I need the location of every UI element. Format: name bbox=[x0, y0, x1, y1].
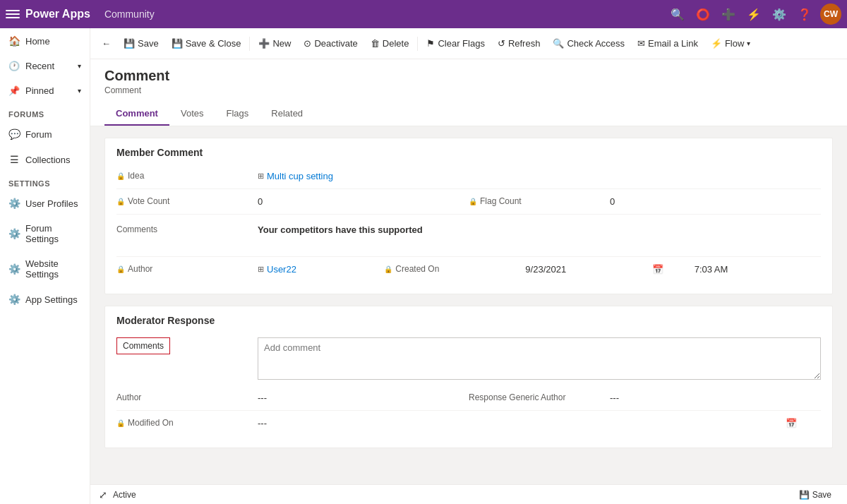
check-access-icon: 🔍 bbox=[553, 38, 564, 49]
save-close-icon: 💾 bbox=[172, 38, 183, 49]
comments-value: Your competitors have this supported bbox=[258, 222, 821, 235]
email-link-button[interactable]: ✉ Email a Link bbox=[632, 32, 704, 55]
mod-author-label: Author bbox=[116, 390, 258, 402]
back-button[interactable]: ← bbox=[96, 32, 116, 55]
idea-value[interactable]: ⊞ Multi cup setting bbox=[258, 168, 821, 181]
forums-section-header: Forums bbox=[0, 103, 90, 121]
modified-on-label: 🔒 Modified On bbox=[116, 415, 258, 428]
favorite-icon[interactable]: ⭕ bbox=[693, 4, 713, 24]
modified-calendar-icon: 📅 bbox=[786, 415, 821, 428]
save-button[interactable]: 💾 Save bbox=[118, 32, 164, 55]
hamburger-menu[interactable] bbox=[6, 7, 20, 21]
tab-comment[interactable]: Comment bbox=[104, 102, 169, 126]
deactivate-button[interactable]: ⊙ Deactivate bbox=[298, 32, 363, 55]
forum-settings-icon: ⚙️ bbox=[8, 228, 20, 239]
plus-icon[interactable]: ➕ bbox=[719, 4, 738, 24]
vote-count-value: 0 bbox=[258, 193, 469, 207]
collections-icon: ☰ bbox=[8, 154, 20, 165]
moderator-response-section: Moderator Response Comments Author bbox=[104, 306, 833, 448]
tab-votes[interactable]: Votes bbox=[169, 102, 215, 126]
content-area: ← 💾 Save 💾 Save & Close ➕ New ⊙ Deactiva… bbox=[90, 28, 847, 504]
deactivate-icon: ⊙ bbox=[304, 38, 311, 49]
recent-chevron-icon: ▾ bbox=[78, 62, 81, 70]
counts-row: 🔒 Vote Count 0 🔒 Flag Count 0 bbox=[116, 189, 821, 215]
app-settings-icon: ⚙️ bbox=[8, 294, 20, 305]
recent-icon: 🕐 bbox=[8, 61, 20, 71]
moderator-comments-label-box: Comments bbox=[116, 337, 258, 380]
modified-lock-icon: 🔒 bbox=[116, 419, 125, 427]
pin-icon: 📌 bbox=[8, 85, 20, 96]
moderator-response-title: Moderator Response bbox=[105, 306, 832, 332]
new-button[interactable]: ➕ New bbox=[253, 32, 296, 55]
sidebar-item-recent[interactable]: 🕐 Recent ▾ bbox=[0, 54, 90, 78]
user-profiles-icon: ⚙️ bbox=[8, 198, 20, 209]
expand-icon[interactable]: ⤢ bbox=[99, 489, 107, 500]
help-icon[interactable]: ❓ bbox=[795, 4, 815, 24]
mod-author-row: Author --- Response Generic Author --- bbox=[116, 385, 821, 411]
comments-row: Comments Your competitors have this supp… bbox=[116, 215, 821, 257]
comments-label: Comments bbox=[116, 222, 258, 234]
modified-on-value: --- bbox=[258, 415, 786, 428]
idea-link-icon: ⊞ bbox=[258, 172, 264, 181]
email-icon: ✉ bbox=[637, 38, 645, 49]
clear-flags-button[interactable]: ⚑ Clear Flags bbox=[421, 32, 490, 55]
topbar: Power Apps Community 🔍 ⭕ ➕ ⚡ ⚙️ ❓ CW bbox=[0, 0, 847, 28]
refresh-icon: ↺ bbox=[498, 38, 505, 49]
tab-flags[interactable]: Flags bbox=[215, 102, 260, 126]
moderator-response-body: Comments Author --- Response Generic Aut… bbox=[105, 332, 832, 448]
vote-count-label: 🔒 Vote Count bbox=[116, 193, 258, 206]
community-label: Community bbox=[104, 8, 155, 20]
command-bar: ← 💾 Save 💾 Save & Close ➕ New ⊙ Deactiva… bbox=[90, 28, 847, 59]
flow-chevron-icon: ▾ bbox=[747, 40, 750, 47]
separator-2 bbox=[417, 37, 418, 51]
author-createdon-row: 🔒 Author ⊞ User22 🔒 Created On 9/23/2021 bbox=[116, 257, 821, 282]
sidebar-item-pinned[interactable]: 📌 Pinned ▾ bbox=[0, 78, 90, 103]
comments-label-outlined: Comments bbox=[116, 337, 170, 354]
sidebar-item-website-settings[interactable]: ⚙️ Website Settings bbox=[0, 251, 90, 287]
separator-1 bbox=[249, 37, 250, 51]
calendar-icon: 📅 bbox=[652, 261, 695, 275]
sidebar-item-forum[interactable]: 💬 Forum bbox=[0, 121, 90, 147]
filter-icon[interactable]: ⚡ bbox=[744, 4, 764, 24]
page-header: Comment Comment Comment Votes Flags Rela… bbox=[90, 59, 847, 126]
status-save-button[interactable]: 💾 Save bbox=[792, 488, 839, 501]
sidebar-item-collections[interactable]: ☰ Collections bbox=[0, 147, 90, 172]
settings-section-header: Settings bbox=[0, 172, 90, 191]
status-save-icon: 💾 bbox=[799, 490, 810, 500]
flag-count-value: 0 bbox=[610, 193, 821, 207]
sidebar-item-forum-settings[interactable]: ⚙️ Forum Settings bbox=[0, 216, 90, 251]
flag-lock-icon: 🔒 bbox=[469, 198, 477, 205]
flow-icon: ⚡ bbox=[711, 38, 722, 49]
created-on-label: 🔒 Created On bbox=[384, 261, 525, 274]
avatar[interactable]: CW bbox=[820, 4, 841, 25]
sidebar-item-home[interactable]: 🏠 Home bbox=[0, 28, 90, 54]
modified-on-row: 🔒 Modified On --- 📅 bbox=[116, 411, 821, 436]
sidebar-item-app-settings[interactable]: ⚙️ App Settings bbox=[0, 287, 90, 312]
tab-related[interactable]: Related bbox=[260, 102, 314, 126]
check-access-button[interactable]: 🔍 Check Access bbox=[547, 32, 630, 55]
back-icon: ← bbox=[102, 38, 111, 49]
page-title: Comment bbox=[104, 68, 833, 84]
response-generic-author-value: --- bbox=[610, 390, 821, 403]
delete-icon: 🗑 bbox=[371, 38, 380, 49]
status-bar: ⤢ Active 💾 Save bbox=[90, 484, 847, 504]
flag-count-label: 🔒 Flag Count bbox=[469, 193, 610, 206]
page-tabs: Comment Votes Flags Related bbox=[104, 102, 833, 126]
delete-button[interactable]: 🗑 Delete bbox=[365, 32, 415, 55]
member-comment-body: 🔒 Idea ⊞ Multi cup setting 🔒 Vote Count bbox=[105, 164, 832, 294]
save-icon: 💾 bbox=[124, 38, 135, 49]
pinned-chevron-icon: ▾ bbox=[78, 87, 81, 95]
clear-flags-icon: ⚑ bbox=[426, 38, 435, 49]
main-content: Member Comment 🔒 Idea ⊞ Multi cup settin… bbox=[90, 126, 847, 484]
author-value[interactable]: ⊞ User22 bbox=[258, 261, 384, 275]
author-lock-icon: 🔒 bbox=[116, 265, 125, 273]
flow-button[interactable]: ⚡ Flow ▾ bbox=[705, 32, 756, 55]
save-close-button[interactable]: 💾 Save & Close bbox=[166, 32, 247, 55]
member-comment-title: Member Comment bbox=[105, 138, 832, 164]
settings-icon[interactable]: ⚙️ bbox=[769, 4, 789, 24]
refresh-button[interactable]: ↺ Refresh bbox=[492, 32, 546, 55]
response-generic-author-label: Response Generic Author bbox=[469, 390, 610, 402]
comments-textarea[interactable] bbox=[258, 337, 821, 380]
sidebar-item-user-profiles[interactable]: ⚙️ User Profiles bbox=[0, 191, 90, 216]
search-icon[interactable]: 🔍 bbox=[668, 4, 687, 24]
